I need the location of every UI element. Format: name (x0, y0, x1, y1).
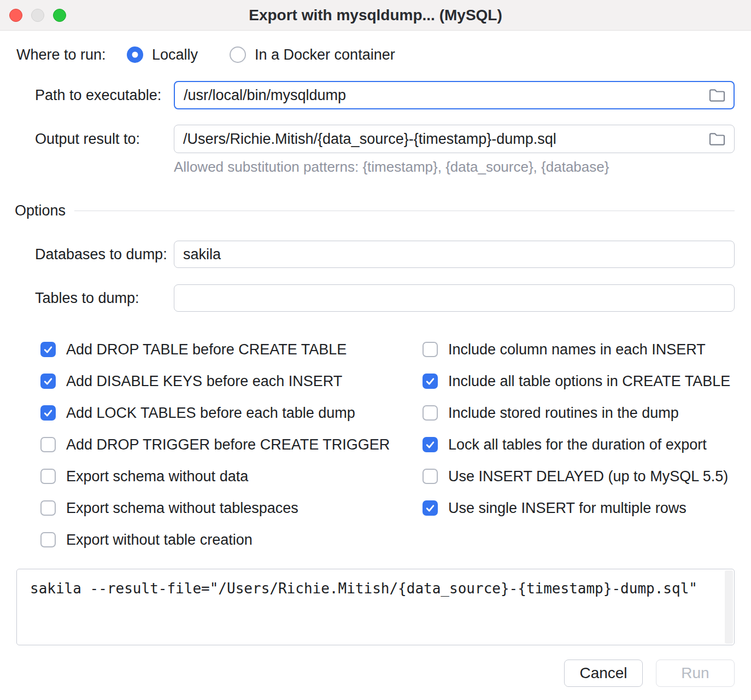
tables-to-dump-row: Tables to dump: (16, 284, 735, 312)
checkbox-label: Include stored routines in the dump (448, 405, 679, 422)
checkbox-export-without-table-creation[interactable]: Export without table creation (40, 524, 423, 556)
checkbox-label: Lock all tables for the duration of expo… (448, 436, 707, 453)
browse-executable-folder-icon[interactable] (708, 87, 726, 103)
checkbox-box[interactable] (40, 469, 56, 484)
run-button[interactable]: Run (656, 660, 735, 687)
radio-docker-icon[interactable] (230, 46, 246, 63)
checkbox-box[interactable] (423, 342, 438, 357)
options-section-label: Options (15, 202, 66, 219)
checkbox-lock-all-tables[interactable]: Lock all tables for the duration of expo… (423, 429, 735, 460)
options-section-header: Options (15, 202, 735, 219)
title-bar: Export with mysqldump... (MySQL) (0, 0, 751, 31)
substitution-hint: Allowed substitution patterns: {timestam… (174, 159, 735, 175)
checkbox-label: Add DISABLE KEYS before each INSERT (66, 373, 342, 390)
command-preview: sakila --result-file="/Users/Richie.Miti… (16, 569, 735, 645)
command-preview-text: sakila --result-file="/Users/Richie.Miti… (17, 569, 734, 597)
minimize-button[interactable] (31, 9, 44, 22)
checkbox-label: Include column names in each INSERT (448, 341, 706, 358)
checkbox-box[interactable] (40, 405, 56, 421)
browse-output-folder-icon[interactable] (708, 131, 726, 147)
checkbox-label: Export schema without data (66, 468, 248, 485)
checkbox-box[interactable] (423, 437, 438, 452)
tables-to-dump-label: Tables to dump: (16, 290, 174, 307)
checkbox-label: Export without table creation (66, 532, 253, 549)
tables-to-dump-input[interactable] (174, 284, 735, 312)
checkbox-box[interactable] (423, 374, 438, 389)
export-dialog: Export with mysqldump... (MySQL) Where t… (0, 0, 751, 700)
radio-docker-label: In a Docker container (255, 46, 395, 63)
path-to-executable-row: Path to executable: (16, 81, 735, 109)
checkbox-label: Use single INSERT for multiple rows (448, 500, 687, 517)
window-title: Export with mysqldump... (MySQL) (0, 7, 751, 24)
checkbox-box[interactable] (40, 437, 56, 452)
checkbox-column-left: Add DROP TABLE before CREATE TABLE Add D… (16, 334, 423, 556)
checkbox-label: Add DROP TABLE before CREATE TABLE (66, 341, 347, 358)
checkbox-include-table-options[interactable]: Include all table options in CREATE TABL… (423, 365, 735, 397)
databases-to-dump-label: Databases to dump: (16, 246, 174, 263)
checkbox-use-insert-delayed[interactable]: Use INSERT DELAYED (up to MySQL 5.5) (423, 460, 735, 492)
checkbox-label: Include all table options in CREATE TABL… (448, 373, 730, 390)
where-to-run-label: Where to run: (16, 46, 127, 63)
dialog-footer: Cancel Run (16, 660, 735, 687)
checkbox-box[interactable] (40, 342, 56, 357)
checkbox-column-right: Include column names in each INSERT Incl… (423, 334, 735, 556)
checkbox-box[interactable] (40, 500, 56, 516)
checkbox-box[interactable] (40, 374, 56, 389)
checkbox-add-drop-table[interactable]: Add DROP TABLE before CREATE TABLE (40, 334, 423, 365)
window-controls (9, 0, 66, 31)
checkbox-label: Add DROP TRIGGER before CREATE TRIGGER (66, 436, 390, 453)
checkbox-export-schema-without-tablespaces[interactable]: Export schema without tablespaces (40, 492, 423, 524)
checkbox-label: Add LOCK TABLES before each table dump (66, 405, 355, 422)
checkbox-use-single-insert[interactable]: Use single INSERT for multiple rows (423, 492, 735, 524)
radio-locally-label: Locally (152, 46, 198, 63)
output-result-label: Output result to: (16, 131, 174, 148)
databases-to-dump-input[interactable] (174, 241, 735, 268)
checkbox-add-disable-keys[interactable]: Add DISABLE KEYS before each INSERT (40, 365, 423, 397)
options-divider (74, 211, 735, 211)
close-button[interactable] (9, 9, 22, 22)
checkbox-add-drop-trigger[interactable]: Add DROP TRIGGER before CREATE TRIGGER (40, 429, 423, 460)
path-to-executable-input[interactable] (174, 81, 735, 109)
output-result-row: Output result to: (16, 125, 735, 153)
cancel-button[interactable]: Cancel (564, 660, 643, 687)
checkbox-box[interactable] (423, 469, 438, 484)
path-to-executable-label: Path to executable: (16, 87, 174, 104)
radio-docker[interactable]: In a Docker container (230, 46, 395, 63)
checkbox-box[interactable] (40, 532, 56, 547)
checkbox-add-lock-tables[interactable]: Add LOCK TABLES before each table dump (40, 397, 423, 429)
databases-to-dump-row: Databases to dump: (16, 241, 735, 268)
checkbox-label: Export schema without tablespaces (66, 500, 298, 517)
where-to-run-options: Locally In a Docker container (127, 46, 395, 63)
zoom-button[interactable] (53, 9, 66, 22)
scrollbar[interactable] (725, 570, 733, 644)
checkbox-export-schema-without-data[interactable]: Export schema without data (40, 460, 423, 492)
checkbox-box[interactable] (423, 500, 438, 516)
output-result-input[interactable] (174, 125, 735, 153)
checkbox-include-column-names[interactable]: Include column names in each INSERT (423, 334, 735, 365)
checkbox-include-stored-routines[interactable]: Include stored routines in the dump (423, 397, 735, 429)
checkbox-box[interactable] (423, 405, 438, 421)
options-checkbox-grid: Add DROP TABLE before CREATE TABLE Add D… (16, 334, 735, 556)
checkbox-label: Use INSERT DELAYED (up to MySQL 5.5) (448, 468, 728, 485)
where-to-run-row: Where to run: Locally In a Docker contai… (16, 42, 735, 68)
radio-locally[interactable]: Locally (127, 46, 198, 63)
radio-locally-icon[interactable] (127, 46, 143, 63)
